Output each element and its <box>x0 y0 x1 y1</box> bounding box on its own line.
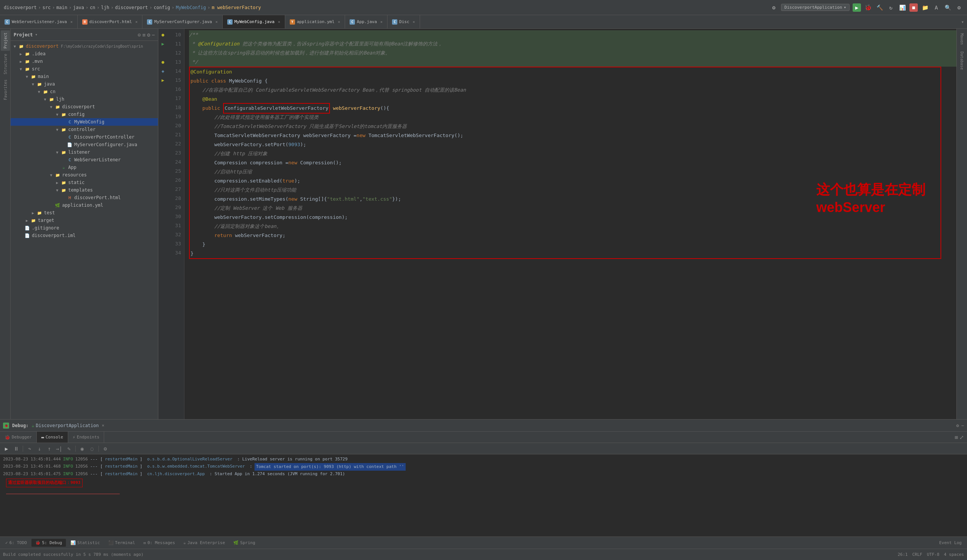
run-config-selector[interactable]: DiscoverportApplication ▾ <box>781 4 850 11</box>
action-tab-eventlog[interactable]: Event Log <box>935 539 965 547</box>
btab-endpoints[interactable]: ⚡ Endpoints <box>68 432 104 443</box>
build-icon[interactable]: 🔨 <box>875 3 884 12</box>
action-tab-terminal[interactable]: ⬛ Terminal <box>104 539 139 547</box>
side-tab-project[interactable]: Project <box>1 30 10 51</box>
tab-close-application-yml[interactable]: ✕ <box>338 20 340 24</box>
gutter-15[interactable]: ▶ <box>158 40 167 48</box>
settings2-icon[interactable]: ⚙ <box>955 3 963 12</box>
tree-listener[interactable]: ▼ 📁 listener <box>11 148 158 156</box>
tree-ljh[interactable]: ▼ 📁 ljh <box>11 96 158 103</box>
gutter-14[interactable]: ● <box>158 30 167 40</box>
tree-discoverportcontroller[interactable]: C DiscoverPortController <box>11 133 158 141</box>
bc-discoverport[interactable]: discoverport <box>4 5 37 10</box>
run-button[interactable]: ▶ <box>853 3 861 12</box>
settings-icon[interactable]: ⚙ <box>770 3 778 12</box>
tree-templates[interactable]: ▼ 📁 templates <box>11 186 158 194</box>
profile-icon[interactable]: 📊 <box>898 3 906 12</box>
tab-discoverport-html[interactable]: H discoverPort.html ✕ <box>78 15 143 28</box>
expand-icon[interactable]: ⤢ <box>959 434 964 440</box>
tree-cn[interactable]: ▼ 📁 cn <box>11 88 158 96</box>
gutter-17[interactable]: ● <box>158 58 167 67</box>
debug-button[interactable]: 🐞 <box>864 3 872 12</box>
tree-idea[interactable]: ▶ 📁 .idea <box>11 50 158 58</box>
cursor-line[interactable] <box>3 488 964 495</box>
right-tab-maven[interactable]: Maven <box>958 30 965 48</box>
translate-icon[interactable]: A <box>932 3 941 12</box>
action-tab-messages[interactable]: ✉ 0: Messages <box>140 539 179 547</box>
sidebar-dropdown-icon[interactable]: ▾ <box>35 32 38 37</box>
reload-icon[interactable]: ↻ <box>887 3 895 12</box>
tree-target[interactable]: ▶ 📁 target <box>11 217 158 224</box>
tab-disc[interactable]: C Disc ✕ <box>388 15 420 28</box>
debug-minimize-icon[interactable]: − <box>961 423 964 428</box>
bc-config[interactable]: config <box>154 5 170 10</box>
resume-btn[interactable]: ▶ <box>2 445 11 453</box>
tab-close-app-java[interactable]: ✕ <box>380 20 383 24</box>
breakpoints-btn[interactable]: ◉ <box>78 445 86 453</box>
indent-setting[interactable]: 4 spaces <box>944 552 964 557</box>
gutter-18[interactable]: ▶ <box>158 76 167 85</box>
right-tab-database[interactable]: Database <box>958 48 965 73</box>
line-ending[interactable]: CRLF <box>912 552 922 557</box>
layout-icon[interactable]: ⊞ <box>955 434 958 440</box>
console-output[interactable]: 2023-08-23 13:45:01.444 INFO 12056 --- [… <box>0 455 967 537</box>
action-tab-javaenterprise[interactable]: ☕ Java Enterprise <box>180 539 229 547</box>
bc-discoverport2[interactable]: discoverport <box>115 5 148 10</box>
gutter-17b[interactable]: ◈ <box>158 67 167 76</box>
cursor-position[interactable]: 26:1 <box>898 552 908 557</box>
side-tab-structure[interactable]: Structure <box>1 51 10 76</box>
tab-myserverconfigurer[interactable]: C MyServerConfigurer.java ✕ <box>142 15 222 28</box>
debug-app-name[interactable]: ☕ DiscoverportApplication ✕ <box>31 423 104 428</box>
tree-app[interactable]: ☕ App <box>11 163 158 171</box>
bc-mywebconfig[interactable]: MyWebConfig <box>176 5 206 10</box>
tree-resources[interactable]: ▼ 📁 resources <box>11 171 158 179</box>
run-to-cursor-btn[interactable]: →| <box>55 445 63 453</box>
tab-application-yml[interactable]: Y application.yml ✕ <box>285 15 345 28</box>
tree-mvn[interactable]: ▶ 📁 .mvn <box>11 58 158 65</box>
tree-mywebconfig[interactable]: C MyWebConfig <box>11 118 158 126</box>
tree-webserverlistener[interactable]: C WebServerListener <box>11 156 158 163</box>
tab-more[interactable]: ▾ <box>958 15 967 28</box>
tree-root[interactable]: ▼ 📁 discoverport F:\myCode\crazyCode\Spr… <box>11 43 158 50</box>
search-icon[interactable]: 🔍 <box>944 3 952 12</box>
debug-close-icon[interactable]: ✕ <box>102 423 104 428</box>
tab-webserverlistener[interactable]: C WebServerListener.java ✕ <box>0 15 78 28</box>
tree-controller[interactable]: ▼ 📁 controller <box>11 126 158 133</box>
tab-close-mywebconfig[interactable]: ✕ <box>278 20 280 24</box>
tree-test[interactable]: ▶ 📁 test <box>11 209 158 217</box>
tree-iml[interactable]: 📄 discoverport.iml <box>11 232 158 239</box>
console-input[interactable] <box>6 489 120 494</box>
tree-discoverport-folder[interactable]: ▼ 📁 discoverport <box>11 103 158 110</box>
step-into-btn[interactable]: ↓ <box>35 445 44 453</box>
tab-app-java[interactable]: C App.java ✕ <box>345 15 388 28</box>
tree-gitignore[interactable]: 📄 .gitignore <box>11 224 158 232</box>
tree-src[interactable]: ▼ 📁 src <box>11 65 158 73</box>
action-tab-todo[interactable]: ✓ 6: TODO <box>2 539 31 547</box>
tab-mywebconfig[interactable]: C MyWebConfig.java ✕ <box>223 15 285 28</box>
code-content[interactable]: /** * @Configuration 把这个类修饰为配置类，告诉spring… <box>185 29 956 419</box>
bc-main[interactable]: main <box>56 5 68 10</box>
sidebar-minimize-icon[interactable]: − <box>152 32 155 38</box>
pause-btn[interactable]: ⏸ <box>12 445 20 453</box>
tree-main[interactable]: ▼ 📁 main <box>11 73 158 80</box>
build-status[interactable]: Build completed successfully in 5 s 789 … <box>3 552 144 557</box>
tab-close-discoverport-html[interactable]: ✕ <box>135 20 137 24</box>
bc-method[interactable]: m webServerFactory <box>212 5 261 10</box>
tree-static[interactable]: ▶ 📁 static <box>11 179 158 186</box>
evaluate-btn[interactable]: ✎ <box>65 445 73 453</box>
step-over-btn[interactable]: ↷ <box>25 445 34 453</box>
build2-icon[interactable]: 📁 <box>921 3 929 12</box>
settings-btn[interactable]: ⚙ <box>101 445 109 453</box>
action-tab-debug[interactable]: 🐞 5: Debug <box>31 539 66 547</box>
action-tab-statistic[interactable]: 📊 Statistic <box>67 539 104 547</box>
btab-debugger[interactable]: 🐞 Debugger <box>0 432 37 443</box>
bc-cn[interactable]: cn <box>90 5 95 10</box>
sidebar-locate-icon[interactable]: ⊙ <box>137 32 140 38</box>
sidebar-collapse-icon[interactable]: ≡ <box>142 32 145 38</box>
tab-close-disc[interactable]: ✕ <box>413 20 415 24</box>
debug-settings-icon[interactable]: ⚙ <box>956 423 959 428</box>
bc-ljh[interactable]: ljh <box>101 5 109 10</box>
tree-application-yml[interactable]: 🌿 application.yml <box>11 201 158 209</box>
stop-button[interactable]: ■ <box>909 3 918 12</box>
mute-btn[interactable]: ◌ <box>88 445 96 453</box>
